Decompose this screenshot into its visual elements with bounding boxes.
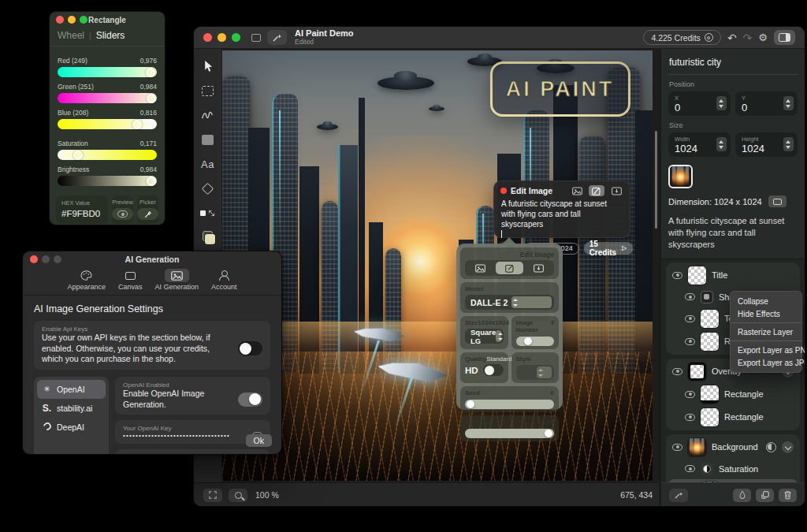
tab-ai-generation[interactable]: AI Generation	[154, 269, 199, 291]
marquee-tool[interactable]	[199, 83, 217, 99]
tab-account[interactable]: Account	[211, 269, 237, 291]
toggle-sidebar-button[interactable]	[774, 30, 795, 45]
menu-item-collapse[interactable]: Collapse	[731, 295, 801, 307]
tab-wheel[interactable]: Wheel	[58, 30, 84, 41]
canvas-area[interactable]: AI PAINT	[222, 49, 659, 482]
undo-button[interactable]: ↶	[727, 32, 737, 43]
layers-tool[interactable]	[199, 229, 217, 245]
visibility-eye-icon[interactable]	[685, 414, 695, 421]
layer-row-title[interactable]: Title	[668, 264, 798, 287]
generate-button[interactable]: 15 Credits	[584, 242, 633, 255]
select-tool[interactable]	[199, 58, 217, 74]
settings-gear-button[interactable]: ⚙	[758, 32, 768, 43]
visibility-eye-icon[interactable]	[685, 293, 695, 300]
canvas-image[interactable]: AI PAINT	[222, 50, 653, 481]
width-stepper[interactable]	[716, 137, 727, 151]
text-tool[interactable]: Aa	[199, 156, 217, 172]
y-stepper[interactable]	[783, 96, 794, 110]
restore-icon[interactable]	[251, 34, 261, 42]
image-number-slider[interactable]	[516, 337, 555, 346]
red-slider[interactable]	[58, 67, 157, 77]
variation-mode-button[interactable]	[525, 262, 552, 274]
transform-tool[interactable]	[199, 205, 217, 221]
mask-icon[interactable]	[766, 442, 776, 452]
seed-slider[interactable]	[465, 400, 554, 409]
window-subtitle: Edited	[295, 39, 354, 46]
hd-toggle[interactable]	[483, 364, 504, 376]
size-preset-dropdown[interactable]: Square LG	[465, 329, 504, 344]
visibility-eye-icon[interactable]	[685, 338, 695, 345]
layer-row-saturation[interactable]: Saturation	[668, 459, 798, 479]
hex-value-field[interactable]: HEX Value #F9FBD0	[56, 195, 108, 224]
api-keys-toggle[interactable]	[238, 341, 262, 355]
seed-section: Seed0	[460, 386, 559, 412]
provider-openai[interactable]: ✳ OpenAI	[37, 380, 106, 399]
delete-layer-button[interactable]	[779, 489, 797, 502]
close-button[interactable]	[203, 33, 212, 42]
openai-enabled-toggle[interactable]	[238, 392, 262, 407]
tab-appearance[interactable]: Appearance	[67, 269, 106, 291]
visibility-eye-icon[interactable]	[672, 368, 682, 375]
credits-pill[interactable]: 4.225 Credits	[643, 30, 720, 45]
tab-canvas[interactable]: Canvas	[118, 269, 143, 291]
menu-item-export-png[interactable]: Export Layer as PNG ...	[731, 344, 801, 356]
add-layer-button[interactable]	[756, 489, 774, 502]
variation-mode-button[interactable]	[608, 185, 624, 196]
size-label: Size	[669, 121, 798, 129]
api-keys-section: Enable Api Keys Use your own API keys in…	[34, 321, 270, 370]
provider-deepai[interactable]: DeepAI	[37, 418, 106, 437]
menu-item-export-jpg[interactable]: Export Layer as JPG ...	[731, 356, 801, 369]
visibility-eye-icon[interactable]	[685, 465, 695, 472]
visibility-eye-icon[interactable]	[672, 444, 682, 451]
canvas-scrollbar[interactable]	[655, 131, 657, 229]
draw-tool[interactable]	[199, 107, 217, 123]
preview-button[interactable]	[112, 208, 133, 220]
saturation-slider[interactable]	[58, 150, 157, 160]
menu-item-hide-effects[interactable]: Hide Effects	[731, 307, 801, 320]
visibility-eye-icon[interactable]	[685, 391, 695, 398]
layer-row-background[interactable]: Background	[668, 436, 798, 459]
model-dropdown[interactable]: DALL-E 2	[465, 295, 554, 310]
zoom-tool-button[interactable]	[229, 489, 247, 502]
zoom-button[interactable]	[232, 33, 240, 42]
x-stepper[interactable]	[716, 96, 727, 110]
height-stepper[interactable]	[783, 137, 794, 151]
edit-image-mode-button[interactable]	[496, 262, 523, 274]
x-field[interactable]: X 0	[668, 91, 731, 116]
generate-image-mode-button[interactable]	[569, 185, 585, 196]
provider-stability[interactable]: S. stability.ai	[37, 399, 106, 418]
width-field[interactable]: Width 1024	[668, 132, 731, 157]
magic-wand-button[interactable]	[267, 30, 287, 45]
menu-item-rasterize[interactable]: Rasterize Layer	[731, 326, 801, 338]
height-field[interactable]: Height 1024	[735, 132, 798, 157]
settings-ok-button[interactable]: Ok	[246, 434, 272, 447]
eraser-tool[interactable]	[199, 180, 217, 196]
y-field[interactable]: Y 0	[735, 91, 798, 116]
redo-button[interactable]: ↷	[743, 32, 753, 43]
brightness-slider[interactable]	[58, 176, 157, 186]
edit-image-mode-button[interactable]	[589, 185, 604, 196]
ai-paint-title-layer[interactable]: AI PAINT	[490, 61, 630, 117]
ai-wand-button[interactable]	[669, 489, 688, 502]
blue-slider[interactable]	[58, 119, 157, 129]
api-key-input[interactable]: ••••••••••••••••••••••••••••••••••	[123, 432, 244, 439]
shape-tool[interactable]	[199, 132, 217, 147]
style-dropdown[interactable]	[516, 365, 555, 380]
layer-row-rectangle[interactable]: Rectangle	[668, 383, 798, 406]
visibility-eye-icon[interactable]	[685, 315, 695, 322]
generate-image-mode-button[interactable]	[467, 262, 494, 274]
tab-sliders[interactable]: Sliders	[96, 30, 125, 41]
blend-effects-button[interactable]	[733, 489, 751, 502]
layer-row-rectangle[interactable]: Rectangle	[668, 406, 798, 429]
collapse-chevron-icon[interactable]	[782, 441, 794, 453]
fit-view-button[interactable]	[203, 489, 222, 502]
green-slider[interactable]	[58, 93, 157, 103]
strength-slider[interactable]	[465, 429, 554, 438]
magnifier-icon	[235, 492, 242, 499]
visibility-eye-icon[interactable]	[672, 272, 682, 279]
image-icon	[475, 264, 485, 273]
minimize-button[interactable]	[218, 33, 226, 42]
eyedropper-button[interactable]	[137, 208, 158, 220]
prompt-text-area[interactable]: A futuristic cityscape at sunset with fl…	[494, 197, 630, 240]
dimension-button[interactable]	[768, 195, 787, 207]
